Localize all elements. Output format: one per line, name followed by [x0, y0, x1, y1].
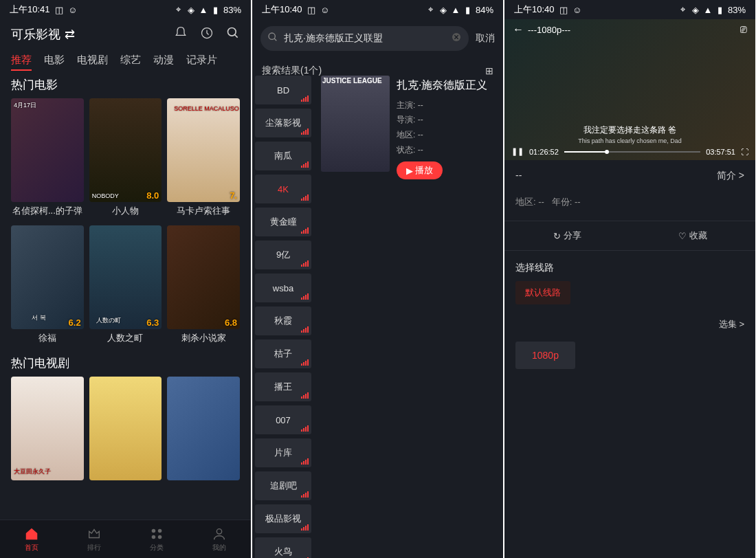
episode-link[interactable]: 选集 >	[719, 318, 744, 331]
quality-button[interactable]: 1080p	[515, 342, 575, 369]
movie-card[interactable]: 서 복6.2徐福	[11, 225, 84, 347]
share-button[interactable]: ↻分享	[504, 221, 630, 250]
history-icon[interactable]	[200, 26, 214, 43]
route-section-label: 选择线路	[504, 251, 755, 281]
subtitle-cn: 我注定要选择走这条路 爸	[511, 124, 748, 136]
movie-card[interactable]: 人数の町6.3人数之町	[89, 225, 162, 347]
tv-card[interactable]	[167, 377, 240, 480]
movie-card[interactable]: SORELLE MACALUSO7.马卡卢索往事	[167, 98, 240, 220]
tv-card[interactable]: 大豆田永久子	[11, 377, 84, 480]
tv-grid: 大豆田永久子	[0, 377, 251, 480]
source-item[interactable]: 007	[255, 405, 311, 434]
subtitle-en: This path has clearly chosen me, Dad	[511, 137, 748, 144]
tab-recommend[interactable]: 推荐	[11, 54, 32, 67]
tab-tv[interactable]: 电视剧	[77, 54, 108, 67]
search-box[interactable]	[260, 26, 469, 51]
status-time: 上午10:40	[514, 3, 555, 16]
result-detail: JUSTICE LEAGUE 扎克·施奈德版正义 主演: -- 导演: -- 地…	[314, 76, 503, 558]
total-time: 03:57:51	[706, 148, 735, 156]
source-item[interactable]: 南瓜	[255, 142, 311, 170]
status-bar: 上午10:40 ◫ ☺ ⌖ ◈ ▲ ▮ 84%	[252, 0, 503, 19]
svg-point-5	[158, 535, 162, 539]
tab-documentary[interactable]: 记录片	[186, 54, 217, 67]
search-icon[interactable]	[226, 26, 240, 43]
phone-1-home: 上午10:41 ◫ ☺ ⌖ ◈ ▲ ▮ 83% 可乐影视 ⇄ 推荐 电影 电视剧…	[0, 0, 251, 558]
movie-card[interactable]: 6.8刺杀小说家	[167, 225, 240, 347]
movie-grid: 4月17日名侦探柯...的子弹 NOBODY8.0小人物 SORELLE MAC…	[0, 98, 251, 347]
video-title-placeholder: --	[515, 170, 522, 182]
battery-percent: 83%	[728, 5, 746, 15]
intro-link[interactable]: 简介 >	[717, 170, 744, 182]
image-icon: ◫	[54, 5, 64, 14]
search-icon	[267, 32, 278, 45]
source-item[interactable]: 9亿	[255, 241, 311, 269]
source-item[interactable]: 黄金瞳	[255, 208, 311, 236]
phone-3-player: 上午10:40 ◫ ☺ ⌖ ◈ ▲ ▮ 83% ← ---1080p--- ⎚ …	[504, 0, 755, 558]
signal-icon: ▲	[703, 5, 713, 14]
battery-icon: ▮	[463, 5, 473, 14]
tab-anime[interactable]: 动漫	[153, 54, 174, 67]
image-icon: ◫	[307, 5, 316, 14]
tab-movie[interactable]: 电影	[44, 54, 65, 67]
image-icon: ◫	[559, 5, 568, 14]
action-bar: ↻分享 ♡收藏	[504, 221, 755, 251]
source-item[interactable]: 极品影视	[255, 504, 311, 533]
svg-point-6	[217, 528, 222, 533]
cancel-button[interactable]: 取消	[476, 32, 495, 45]
source-item[interactable]: 播王	[255, 372, 311, 401]
result-title: 扎克·施奈德版正义	[397, 76, 496, 96]
fullscreen-icon[interactable]: ⛶	[741, 148, 748, 156]
favorite-button[interactable]: ♡收藏	[630, 221, 756, 250]
nav-mine[interactable]: 我的	[212, 526, 227, 553]
location-icon: ⌖	[174, 5, 184, 14]
pause-icon[interactable]: ❚❚	[511, 147, 524, 156]
default-route-button[interactable]: 默认线路	[515, 281, 570, 304]
share-icon: ↻	[553, 231, 561, 241]
source-item[interactable]: 片库	[255, 438, 311, 467]
meta-row: -- 简介 >	[504, 160, 755, 192]
source-item[interactable]: wsba	[255, 274, 311, 302]
app-title[interactable]: 可乐影视 ⇄	[11, 26, 75, 43]
nav-category[interactable]: 分类	[149, 526, 164, 553]
clear-icon[interactable]	[451, 32, 462, 45]
qq-icon: ☺	[68, 5, 78, 14]
status-bar: 上午10:41 ◫ ☺ ⌖ ◈ ▲ ▮ 83%	[0, 0, 251, 19]
tab-variety[interactable]: 综艺	[120, 54, 141, 67]
back-icon[interactable]: ← ---1080p---	[513, 23, 570, 36]
movie-card[interactable]: NOBODY8.0小人物	[89, 98, 162, 220]
bottom-nav: 首页 排行 分类 我的	[0, 520, 251, 558]
cast-icon[interactable]: ⎚	[740, 23, 747, 36]
source-list[interactable]: BD 尘落影视 南瓜 4K 黄金瞳 9亿 wsba 秋霞 桔子 播王 007 片…	[252, 76, 314, 558]
svg-point-7	[269, 33, 275, 39]
source-item[interactable]: 4K	[255, 175, 311, 203]
notification-icon[interactable]	[174, 26, 188, 43]
video-player[interactable]: ← ---1080p--- ⎚ 我注定要选择走这条路 爸 This path h…	[504, 19, 755, 160]
result-poster[interactable]: JUSTICE LEAGUE	[321, 76, 390, 172]
svg-point-4	[152, 535, 156, 539]
signal-icon: ▲	[199, 5, 208, 14]
info-row: 地区: -- 年份: --	[504, 192, 755, 212]
status-bar: 上午10:40 ◫ ☺ ⌖ ◈ ▲ ▮ 83%	[504, 0, 755, 19]
source-item[interactable]: 火鸟	[255, 537, 311, 558]
movie-card[interactable]: 4月17日名侦探柯...的子弹	[11, 98, 84, 220]
tv-card[interactable]	[89, 377, 162, 480]
play-button[interactable]: ▶ 播放	[397, 161, 443, 179]
source-item[interactable]: 尘落影视	[255, 109, 311, 137]
swap-icon: ⇄	[65, 27, 75, 42]
source-item[interactable]: 追剧吧	[255, 471, 311, 500]
source-item[interactable]: 秋霞	[255, 306, 311, 335]
location-icon: ⌖	[678, 5, 688, 14]
current-time: 01:26:52	[529, 148, 559, 156]
source-item[interactable]: 桔子	[255, 339, 311, 368]
battery-icon: ▮	[211, 5, 221, 14]
phone-2-search: 上午10:40 ◫ ☺ ⌖ ◈ ▲ ▮ 84% 取消 搜索结果(1个) ⊞ BD…	[252, 0, 503, 558]
nav-rank[interactable]: 排行	[87, 526, 102, 553]
source-item[interactable]: BD	[255, 76, 311, 104]
grid-view-icon[interactable]: ⊞	[485, 65, 493, 76]
progress-bar[interactable]	[564, 151, 700, 153]
svg-point-3	[158, 528, 162, 533]
battery-percent: 83%	[223, 5, 241, 15]
search-input[interactable]	[284, 33, 445, 44]
nav-home[interactable]: 首页	[24, 526, 39, 553]
status-time: 上午10:41	[10, 3, 50, 16]
